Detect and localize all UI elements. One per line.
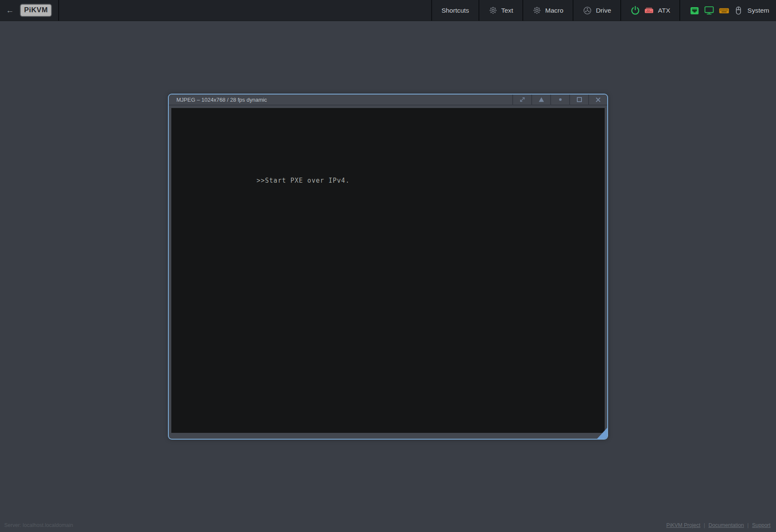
window-control-scale[interactable] [531,95,550,105]
system-label: System [747,7,769,14]
power-icon [630,5,640,15]
stream-window: MJPEG – 1024x768 / 28 fps dynamic [168,94,608,440]
topbar-menu: Shortcuts Text Macro [431,0,776,21]
window-control-fullscreen[interactable] [512,95,531,105]
window-control-close[interactable] [588,95,607,105]
close-icon [595,97,601,103]
topbar-spacer [59,0,431,21]
gear-icon [533,6,541,15]
pikvm-logo: PiKVM [20,4,52,17]
server-label: Server: localhost.localdomain [4,522,73,528]
menu-item-drive[interactable]: Drive [573,0,620,21]
menu-item-system[interactable]: System [679,0,776,21]
resize-handle[interactable] [597,428,607,439]
shortcuts-label: Shortcuts [441,7,469,14]
atx-label: ATX [658,7,670,14]
menu-item-atx[interactable]: ATX [620,0,679,21]
macro-label: Macro [545,7,563,14]
topbar: ← PiKVM Shortcuts Text [0,0,776,21]
menu-item-text[interactable]: Text [479,0,522,21]
fullscreen-icon [519,96,526,103]
footer-links: PiKVM Project | Documentation | Support [666,522,771,528]
menu-item-shortcuts[interactable]: Shortcuts [431,0,478,21]
stream-screen[interactable]: >>Start PXE over IPv4. [171,108,605,433]
console-text: >>Start PXE over IPv4. [257,177,350,184]
window-controls [512,95,607,105]
window-control-original-size[interactable] [550,95,569,105]
link-separator: | [747,522,749,528]
atx-device-icon [644,5,654,16]
drive-label: Drive [596,7,611,14]
back-button[interactable]: ← [6,6,14,14]
mouse-status-icon [734,6,743,15]
stream-title: MJPEG – 1024x768 / 28 fps dynamic [169,95,512,105]
footer-link-support[interactable]: Support [752,522,771,528]
footer-link-documentation[interactable]: Documentation [708,522,744,528]
display-status-icon [704,5,714,16]
topbar-left-cluster: ← PiKVM [0,0,59,21]
window-control-maximize[interactable] [569,95,588,105]
ethernet-status-icon [689,5,700,16]
link-separator: | [704,522,705,528]
maximize-icon [577,97,582,102]
disc-icon [583,6,592,15]
stream-titlebar[interactable]: MJPEG – 1024x768 / 28 fps dynamic [169,95,607,105]
keyboard-status-icon [719,5,730,16]
menu-item-macro[interactable]: Macro [522,0,573,21]
dot-icon [559,98,562,101]
footer-link-project[interactable]: PiKVM Project [666,522,700,528]
text-label: Text [501,7,513,14]
triangle-up-icon [538,96,545,103]
gear-icon [489,6,498,15]
